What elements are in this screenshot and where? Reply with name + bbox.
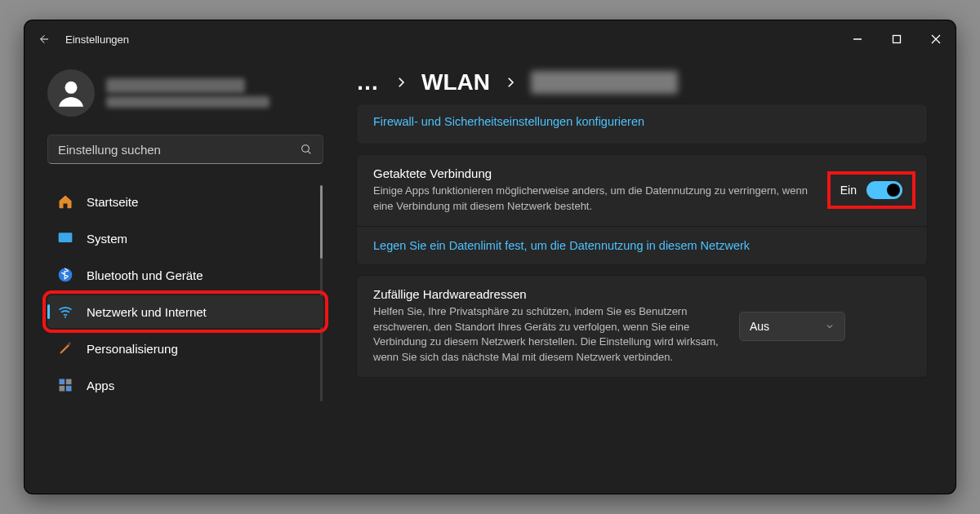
window-controls (838, 20, 956, 58)
random-hw-desc: Helfen Sie, Ihre Privatsphäre zu schütze… (373, 304, 724, 366)
svg-point-1 (65, 82, 78, 94)
svg-rect-9 (60, 386, 65, 392)
breadcrumb: … WLAN (356, 69, 956, 95)
nav-label: Startseite (87, 195, 138, 209)
svg-rect-3 (59, 233, 73, 242)
settings-window: Einstellungen (24, 20, 956, 494)
search-box[interactable] (47, 135, 323, 164)
svg-rect-10 (66, 386, 72, 392)
metered-toggle[interactable] (866, 181, 902, 199)
svg-point-5 (65, 317, 66, 318)
metered-state-label: Ein (840, 184, 857, 197)
maximize-button[interactable] (877, 20, 916, 58)
chevron-right-icon (503, 69, 518, 95)
wifi-icon (57, 304, 74, 320)
window-title: Einstellungen (65, 33, 129, 46)
random-hw-dropdown[interactable]: Aus (739, 312, 845, 341)
brush-icon (57, 340, 74, 357)
user-name-redacted (106, 78, 245, 93)
panel-metered: Getaktete Verbindung Einige Apps funktio… (356, 154, 928, 265)
bluetooth-icon (57, 267, 74, 283)
chevron-down-icon (825, 321, 835, 331)
svg-rect-7 (60, 379, 65, 385)
minimize-icon (853, 34, 862, 44)
nav-label: Personalisierung (87, 342, 178, 356)
sidebar-item-startseite[interactable]: Startseite (47, 185, 323, 218)
sidebar-item-bluetooth[interactable]: Bluetooth und Geräte (47, 259, 323, 291)
main-content: … WLAN Firewall- und Sicherheitseinstell… (336, 58, 956, 494)
close-icon (931, 34, 941, 44)
user-email-redacted (106, 96, 270, 108)
breadcrumb-current-redacted (531, 71, 678, 94)
data-limit-link[interactable]: Legen Sie ein Datenlimit fest, um die Da… (373, 239, 750, 252)
minimize-button[interactable] (838, 20, 877, 58)
sidebar: Startseite System Bluetooth und Geräte N… (24, 58, 336, 494)
metered-title: Getaktete Verbindung (373, 166, 817, 180)
user-block[interactable] (47, 69, 320, 117)
svg-point-2 (302, 145, 310, 153)
nav-label: Netzwerk und Internet (87, 305, 207, 319)
user-text (106, 78, 270, 108)
home-icon (57, 193, 74, 210)
sidebar-item-personalisierung[interactable]: Personalisierung (47, 332, 323, 365)
dropdown-value: Aus (750, 320, 769, 333)
nav-label: System (87, 232, 127, 246)
metered-toggle-group: Ein (832, 176, 911, 204)
apps-icon (57, 377, 74, 393)
breadcrumb-wlan[interactable]: WLAN (421, 69, 490, 95)
nav-label: Apps (87, 379, 114, 392)
system-icon (57, 230, 74, 246)
user-icon (55, 77, 87, 109)
scrollbar-thumb[interactable] (320, 185, 323, 259)
chevron-right-icon (394, 69, 408, 95)
panel-random-hw: Zufällige Hardwareadressen Helfen Sie, I… (356, 275, 928, 378)
sidebar-item-netzwerk[interactable]: Netzwerk und Internet (47, 295, 323, 328)
metered-desc: Einige Apps funktionieren möglicherweise… (373, 184, 817, 215)
svg-rect-0 (893, 36, 901, 43)
avatar (47, 69, 95, 117)
arrow-left-icon (37, 33, 50, 46)
firewall-settings-link[interactable]: Firewall- und Sicherheitseinstellungen k… (373, 115, 644, 128)
maximize-icon (892, 34, 902, 44)
breadcrumb-more[interactable]: … (356, 69, 381, 95)
sidebar-item-system[interactable]: System (47, 222, 323, 255)
titlebar: Einstellungen (24, 20, 956, 58)
close-button[interactable] (916, 20, 956, 58)
search-icon (300, 143, 313, 156)
nav-label: Bluetooth und Geräte (87, 268, 203, 282)
back-button[interactable] (24, 20, 62, 58)
svg-rect-8 (66, 379, 72, 385)
random-hw-title: Zufällige Hardwareadressen (373, 287, 724, 301)
search-input[interactable] (58, 143, 300, 157)
nav-list: Startseite System Bluetooth und Geräte N… (47, 185, 320, 401)
sidebar-item-apps[interactable]: Apps (47, 369, 323, 401)
panel-firewall: Firewall- und Sicherheitseinstellungen k… (356, 104, 928, 144)
